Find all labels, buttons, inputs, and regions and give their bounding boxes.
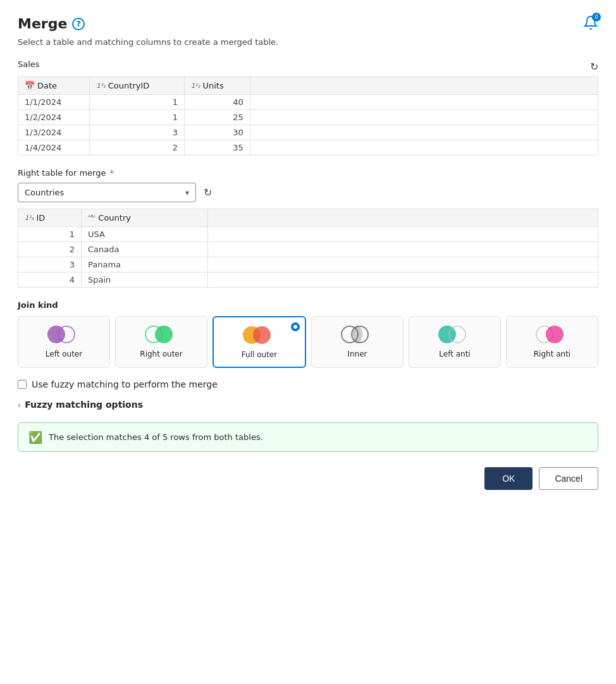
table-cell: 25: [185, 110, 250, 125]
table-cell-empty: [250, 95, 598, 110]
fuzzy-checkbox-label: Use fuzzy matching to perform the merge: [32, 379, 218, 389]
right-table-section: Right table for merge * Countries ▾ ↻ 1²…: [18, 168, 598, 288]
countries-col-country[interactable]: ᴬᴮᶜ Country: [82, 209, 208, 227]
table-cell: 2: [18, 242, 82, 257]
notification-icon[interactable]: 0: [583, 15, 598, 32]
join-card-left-anti[interactable]: Left anti: [409, 316, 501, 368]
table-cell: 3: [18, 257, 82, 272]
table-cell: 1/1/2024: [18, 95, 90, 110]
join-kind-options: Left outer Right outer Full outer: [18, 316, 598, 368]
fuzzy-checkbox[interactable]: [18, 380, 27, 389]
join-kind-label: Join kind: [18, 300, 598, 310]
table-row: 1/2/2024125: [18, 110, 598, 125]
table-cell: 35: [185, 140, 250, 156]
join-card-right-anti[interactable]: Right anti: [506, 316, 598, 368]
join-card-label-right-outer: Right outer: [140, 350, 182, 358]
table-cell: 1: [90, 95, 185, 110]
join-card-label-left-outer: Left outer: [46, 350, 82, 358]
sales-col-units[interactable]: 1²₃ Units: [185, 77, 250, 95]
table-row: 1/1/2024140: [18, 95, 598, 110]
selected-dot: [291, 322, 300, 331]
join-card-label-right-anti: Right anti: [534, 350, 570, 358]
help-icon[interactable]: ?: [72, 18, 85, 30]
table-row: 1/3/2024330: [18, 125, 598, 140]
venn-circle-right: [58, 326, 75, 343]
table-cell-empty: [250, 140, 598, 156]
notification-badge: 0: [592, 13, 601, 21]
table-row: 3Panama: [18, 257, 598, 272]
table-cell: 1: [18, 227, 82, 242]
countries-col-id[interactable]: 1²₃ ID: [18, 209, 82, 227]
table-cell: 3: [90, 125, 185, 140]
num-icon-countryid: 1²₃: [96, 82, 105, 89]
table-cell: 40: [185, 95, 250, 110]
table-cell: 1/3/2024: [18, 125, 90, 140]
table-row: 2Canada: [18, 242, 598, 257]
sales-col-empty: [250, 77, 598, 95]
table-cell: Spain: [82, 272, 208, 288]
join-card-label-left-anti: Left anti: [439, 350, 470, 358]
inner-overlap: [352, 326, 362, 343]
venn-circle-right: [448, 326, 466, 343]
join-card-right-outer[interactable]: Right outer: [115, 316, 207, 368]
table-cell: 30: [185, 125, 250, 140]
table-cell: Panama: [82, 257, 208, 272]
table-cell: 1/2/2024: [18, 110, 90, 125]
table-cell: 1/4/2024: [18, 140, 90, 156]
table-row: 4Spain: [18, 272, 598, 288]
sales-section: Sales ↻ 📅 Date 1²₃ CountryID: [18, 59, 598, 156]
dropdown-value: Countries: [25, 188, 64, 197]
table-cell-empty: [250, 110, 598, 125]
join-card-label-inner: Inner: [347, 350, 367, 358]
join-card-full-outer[interactable]: Full outer: [213, 316, 306, 368]
success-message: The selection matches 4 of 5 rows from b…: [49, 432, 263, 442]
table-cell-empty: [208, 242, 598, 257]
num-icon-units: 1²₃: [191, 82, 200, 89]
table-cell: 1: [90, 110, 185, 125]
table-cell: USA: [82, 227, 208, 242]
right-table-refresh-button[interactable]: ↻: [204, 186, 212, 198]
fuzzy-options-row[interactable]: › Fuzzy matching options: [18, 400, 598, 410]
table-row: 1/4/2024235: [18, 140, 598, 156]
calendar-icon: 📅: [25, 81, 35, 90]
right-anti-venn: [536, 324, 569, 345]
dropdown-row: Countries ▾ ↻: [18, 183, 598, 202]
dialog-subtitle: Select a table and matching columns to c…: [18, 37, 598, 47]
inner-venn: [341, 324, 374, 345]
venn-circle-right: [155, 326, 173, 343]
sales-col-countryid[interactable]: 1²₃ CountryID: [90, 77, 185, 95]
sales-refresh-button[interactable]: ↻: [590, 61, 598, 73]
num-icon-id: 1²₃: [25, 214, 34, 221]
sales-col-date[interactable]: 📅 Date: [18, 77, 90, 95]
dialog-footer: OK Cancel: [18, 467, 598, 490]
countries-table: 1²₃ ID ᴬᴮᶜ Country 1USA2Canada3Panama4Sp…: [18, 209, 598, 288]
join-card-label-full-outer: Full outer: [242, 350, 277, 359]
right-table-label: Right table for merge *: [18, 168, 598, 178]
join-kind-section: Join kind Left outer Right outer: [18, 300, 598, 368]
table-cell-empty: [208, 272, 598, 288]
dialog-title: Merge: [18, 16, 67, 32]
sales-table: 📅 Date 1²₃ CountryID 1²₃ Units: [18, 76, 598, 156]
right-outer-venn: [145, 324, 178, 345]
table-row: 1USA: [18, 227, 598, 242]
dialog-header: Merge ? 0: [18, 15, 598, 32]
title-row: Merge ?: [18, 16, 85, 32]
table-cell: 2: [90, 140, 185, 156]
success-icon: ✅: [28, 431, 42, 444]
required-star: *: [107, 168, 114, 178]
cancel-button[interactable]: Cancel: [539, 467, 598, 490]
abc-icon-country: ᴬᴮᶜ: [88, 214, 95, 221]
countries-col-empty: [208, 209, 598, 227]
ok-button[interactable]: OK: [484, 467, 533, 490]
table-cell-empty: [250, 125, 598, 140]
join-card-left-outer[interactable]: Left outer: [18, 316, 110, 368]
left-outer-venn: [47, 324, 80, 345]
join-card-inner[interactable]: Inner: [311, 316, 403, 368]
fuzzy-options-label: Fuzzy matching options: [25, 400, 143, 410]
table-cell-empty: [208, 227, 598, 242]
left-anti-venn: [438, 324, 471, 345]
fuzzy-row: Use fuzzy matching to perform the merge: [18, 379, 598, 389]
table-cell: 4: [18, 272, 82, 288]
venn-circle-right: [253, 326, 271, 344]
right-table-dropdown[interactable]: Countries ▾: [18, 183, 196, 202]
